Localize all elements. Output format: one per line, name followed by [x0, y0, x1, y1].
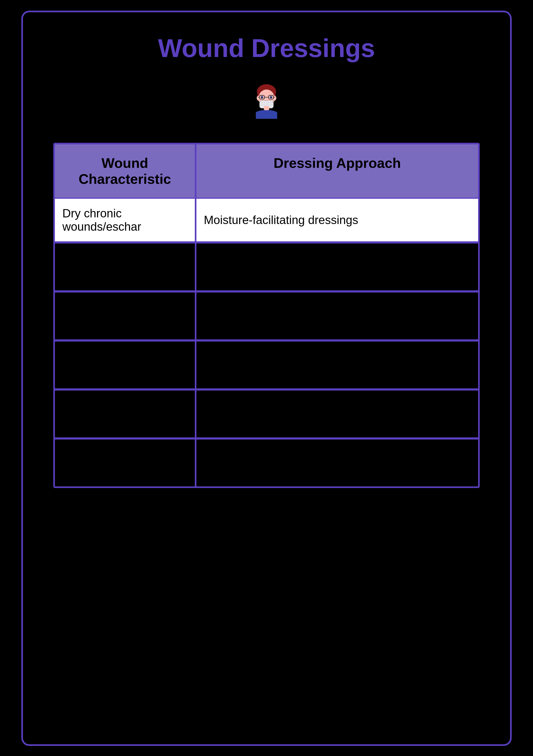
- avatar: [245, 79, 288, 122]
- svg-rect-20: [264, 106, 269, 110]
- svg-point-14: [270, 97, 271, 98]
- cell-wound-4: [54, 341, 196, 389]
- table-row: [54, 389, 479, 438]
- data-table: Wound Characteristic Dressing Approach D…: [53, 143, 480, 488]
- avatar-icon: [248, 82, 285, 119]
- svg-point-13: [262, 97, 263, 98]
- cell-wound-3: [54, 292, 196, 340]
- cell-dressing-1: Moisture-facilitating dressings: [196, 198, 479, 242]
- table-row: [54, 242, 479, 291]
- cell-dressing-5: [196, 390, 479, 438]
- table-row: [54, 438, 479, 487]
- cell-wound-5: [54, 390, 196, 438]
- cell-dressing-4: [196, 341, 479, 389]
- cell-dressing-2: [196, 243, 479, 291]
- cell-dressing-3: [196, 292, 479, 340]
- table-row: [54, 340, 479, 389]
- page-title: Wound Dressings: [158, 34, 375, 63]
- table-header: Wound Characteristic Dressing Approach: [54, 144, 479, 198]
- header-dressing-approach: Dressing Approach: [196, 144, 479, 198]
- cell-wound-2: [54, 243, 196, 291]
- table-row: Dry chronic wounds/eschar Moisture-facil…: [54, 198, 479, 242]
- page-container: Wound Dressings: [21, 11, 512, 746]
- table-row: [54, 291, 479, 340]
- cell-dressing-6: [196, 439, 479, 487]
- header-wound-characteristic: Wound Characteristic: [54, 144, 196, 198]
- cell-wound-6: [54, 439, 196, 487]
- cell-wound-1: Dry chronic wounds/eschar: [54, 198, 196, 242]
- table-body: Dry chronic wounds/eschar Moisture-facil…: [54, 198, 479, 487]
